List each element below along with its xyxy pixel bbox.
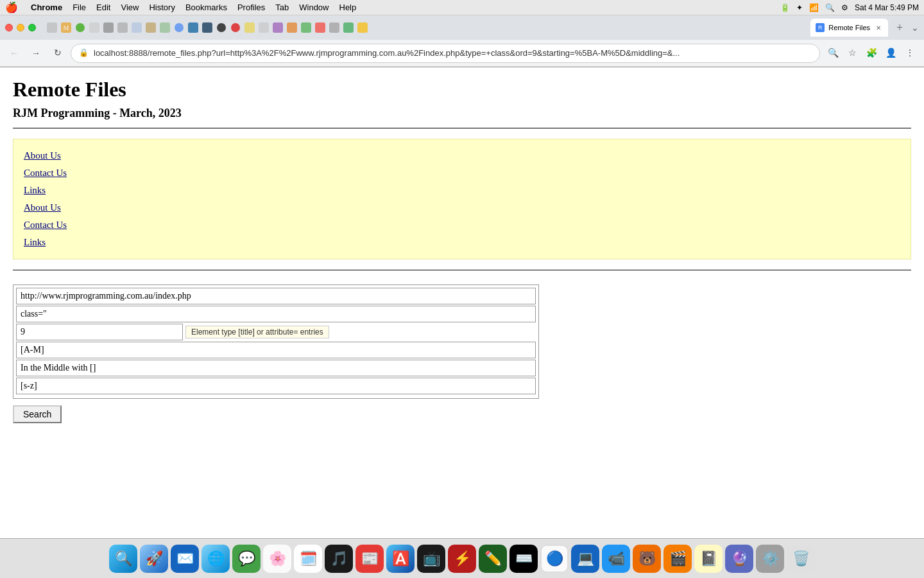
tab-list-chevron[interactable]: ⌄ — [911, 22, 919, 33]
svg-rect-21 — [329, 22, 339, 33]
dock-icon-system-prefs[interactable]: ⚙️ — [756, 545, 784, 573]
active-tab[interactable]: R Remote Files ✕ — [810, 19, 888, 37]
dock-icon-music[interactable]: 🎵 — [325, 545, 353, 573]
starting-field-wrapper — [16, 342, 536, 358]
extensions-icon[interactable]: 🧩 — [862, 44, 880, 62]
tab-icon-6[interactable] — [130, 17, 144, 38]
starting-input[interactable] — [16, 342, 536, 358]
tab-icon-0[interactable] — [45, 17, 59, 38]
middling-input[interactable] — [16, 360, 536, 376]
ord-input[interactable] — [16, 324, 183, 340]
svg-rect-8 — [146, 22, 156, 33]
ending-input[interactable] — [16, 378, 536, 394]
tab-icon-13[interactable] — [228, 17, 243, 38]
close-button[interactable] — [5, 24, 13, 31]
more-icon[interactable]: ⋮ — [901, 44, 919, 62]
tab-close-button[interactable]: ✕ — [874, 23, 883, 32]
svg-rect-18 — [287, 22, 297, 33]
nav-link-2[interactable]: Links — [24, 182, 900, 199]
back-button[interactable]: ← — [5, 44, 23, 62]
nav-link-1[interactable]: Contact Us — [24, 164, 900, 182]
dock-icon-notebooks[interactable]: 📓 — [694, 545, 723, 573]
forward-button[interactable]: → — [27, 44, 45, 62]
search-icon[interactable]: 🔍 — [825, 3, 835, 12]
tab-icon-3[interactable] — [87, 17, 101, 38]
dock-icon-terminal[interactable]: ⌨️ — [509, 545, 538, 573]
url-input[interactable] — [16, 288, 536, 304]
nav-link-3[interactable]: About Us — [24, 199, 900, 216]
tab-icon-17[interactable] — [285, 17, 299, 38]
dock-icon-chrome[interactable]: 🔵 — [540, 545, 569, 573]
nav-link-0[interactable]: About Us — [24, 147, 900, 164]
tab-icon-12[interactable] — [214, 17, 228, 38]
tab-icon-20[interactable] — [327, 17, 341, 38]
tab-icon-4[interactable] — [101, 17, 116, 38]
dock-icon-virtualbox[interactable]: 💻 — [571, 545, 599, 573]
menu-history[interactable]: History — [149, 3, 175, 12]
dock-icon-photos[interactable]: 🌸 — [263, 545, 291, 573]
dock-icon-trash[interactable]: 🗑️ — [787, 545, 815, 573]
menu-bar: 🍎 Chrome File Edit View History Bookmark… — [0, 0, 924, 15]
dock-icon-safari[interactable]: 🌐 — [201, 545, 230, 573]
dock-icon-alfred[interactable]: 🔮 — [725, 545, 753, 573]
tab-icon-18[interactable] — [299, 17, 313, 38]
tab-icon-15[interactable] — [257, 17, 271, 38]
control-center-icon[interactable]: ⚙ — [841, 3, 848, 12]
traffic-lights — [5, 24, 36, 31]
tab-icon-22[interactable] — [355, 17, 370, 38]
menu-profiles[interactable]: Profiles — [237, 3, 265, 12]
tab-icon-21[interactable] — [341, 17, 355, 38]
dock-icon-vlc[interactable]: 🎬 — [663, 545, 692, 573]
menu-help[interactable]: Help — [339, 3, 357, 12]
maximize-button[interactable] — [28, 24, 36, 31]
tab-icon-7[interactable] — [144, 17, 158, 38]
zoom-icon[interactable]: 🔍 — [824, 44, 842, 62]
tab-icon-5[interactable] — [116, 17, 130, 38]
wifi-icon: 📶 — [809, 3, 819, 12]
menu-bookmarks[interactable]: Bookmarks — [185, 3, 227, 12]
minimize-button[interactable] — [17, 24, 24, 31]
dock-icon-news[interactable]: 📰 — [355, 545, 384, 573]
tab-icon-1[interactable]: M — [59, 17, 73, 38]
menu-window[interactable]: Window — [299, 3, 329, 12]
dock-icon-tv[interactable]: 📺 — [417, 545, 445, 573]
menu-tab[interactable]: Tab — [275, 3, 289, 12]
bookmark-icon[interactable]: ☆ — [843, 44, 861, 62]
dock-icon-finder[interactable]: 🔍 — [109, 545, 137, 573]
dock-icon-bear[interactable]: 🐻 — [633, 545, 661, 573]
tab-icon-8[interactable] — [158, 17, 172, 38]
address-bar[interactable]: 🔒 localhost:8888/remote_files.php?url=ht… — [71, 44, 820, 63]
menu-view[interactable]: View — [121, 3, 139, 12]
menu-file[interactable]: File — [73, 3, 86, 12]
tab-icons-row: M — [45, 17, 808, 38]
menu-chrome[interactable]: Chrome — [31, 3, 62, 12]
dock-icon-mail[interactable]: ✉️ — [171, 545, 199, 573]
tab-icon-2[interactable] — [73, 17, 87, 38]
dock-icon-bbedit[interactable]: ✏️ — [479, 545, 507, 573]
search-button[interactable]: Search — [13, 405, 62, 423]
menu-edit[interactable]: Edit — [96, 3, 110, 12]
dock: 🔍 🚀 ✉️ 🌐 💬 🌸 🗓️ 🎵 📰 🅰️ 📺 ⚡ ✏️ ⌨️ 🔵 💻 — [0, 538, 924, 578]
nav-link-5[interactable]: Links — [24, 234, 900, 251]
dock-icon-zoom[interactable]: 📹 — [602, 545, 630, 573]
tab-icon-14[interactable] — [243, 17, 257, 38]
dock-icon-messages[interactable]: 💬 — [232, 545, 261, 573]
tab-icon-10[interactable] — [186, 17, 200, 38]
profile-icon[interactable]: 👤 — [882, 44, 900, 62]
tab-icon-11[interactable] — [200, 17, 214, 38]
dock-icon-calendar[interactable]: 🗓️ — [294, 545, 322, 573]
dock-icon-launchpad[interactable]: 🚀 — [140, 545, 168, 573]
tab-icon-16[interactable] — [271, 17, 285, 38]
svg-rect-7 — [132, 22, 142, 33]
type-input[interactable] — [16, 306, 536, 322]
new-tab-button[interactable]: + — [891, 19, 909, 37]
reload-button[interactable]: ↻ — [49, 44, 67, 62]
dock-icon-appstore[interactable]: 🅰️ — [386, 545, 415, 573]
tab-icon-19[interactable] — [313, 17, 327, 38]
browser-toolbar: ← → ↻ 🔒 localhost:8888/remote_files.php?… — [0, 40, 924, 67]
dock-icon-filezilla[interactable]: ⚡ — [448, 545, 476, 573]
nav-link-4[interactable]: Contact Us — [24, 216, 900, 234]
tab-icon-9[interactable] — [172, 17, 186, 38]
apple-menu[interactable]: 🍎 — [5, 1, 18, 13]
ord-field-wrapper: Element type [title] or attribute= entri… — [16, 324, 536, 340]
